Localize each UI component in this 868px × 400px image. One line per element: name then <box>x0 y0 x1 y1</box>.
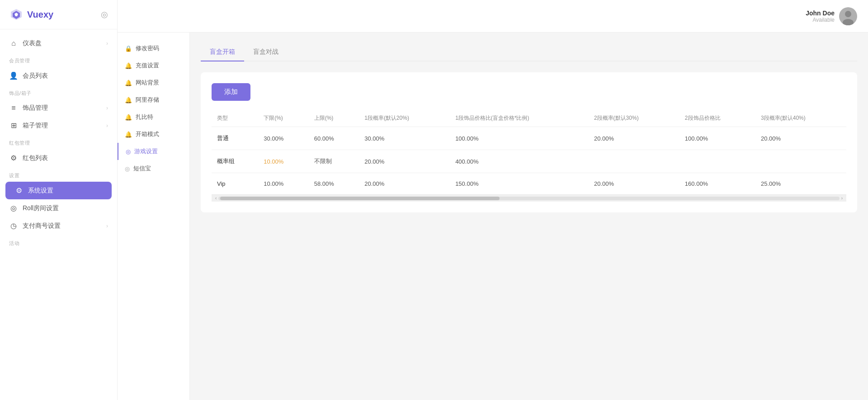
row1-prob3 <box>755 150 846 173</box>
list-icon: ≡ <box>9 104 18 112</box>
row2-prob3: 25.00% <box>755 173 846 195</box>
col-lower: 下限(%) <box>258 110 309 127</box>
row1-type: 概率组 <box>212 150 258 173</box>
table-row: 普通 30.00% 60.00% 30.00% 100.00% 20.00% 1… <box>212 127 846 150</box>
row2-prob2: 20.00% <box>589 173 679 195</box>
section-label-redpack: 红包管理 <box>0 134 117 149</box>
row0-prob2: 20.00% <box>589 127 679 150</box>
table-container: 添加 类型 下限(%) 上限(%) 1段概率(默认20%) 1段饰品价格比(盲盒… <box>201 72 857 212</box>
sub-nav-recharge-settings[interactable]: 🔔 充值设置 <box>118 57 189 74</box>
table-row: 概率组 10.00% 不限制 20.00% 400.00% <box>212 150 846 173</box>
user-details: John Doe Available <box>806 9 835 23</box>
sidebar-item-payment[interactable]: ◷ 支付商号设置 › <box>0 217 117 235</box>
row1-price2 <box>679 150 755 173</box>
sidebar-item-dashboard[interactable]: ⌂ 仪表盘 › <box>0 35 117 52</box>
row1-upper: 不限制 <box>309 150 359 173</box>
tab-blind-box[interactable]: 盲盒开箱 <box>201 43 244 61</box>
bell-icon-1: 🔔 <box>125 62 132 69</box>
row2-type: Vip <box>212 173 258 195</box>
row2-price2: 160.00% <box>679 173 755 195</box>
row0-price1: 100.00% <box>450 127 589 150</box>
section-label-items: 饰品/箱子 <box>0 85 117 99</box>
person-icon: 👤 <box>9 71 18 80</box>
chevron-right-icon: › <box>106 122 108 129</box>
col-upper: 上限(%) <box>309 110 359 127</box>
row0-upper: 60.00% <box>309 127 359 150</box>
row1-prob2 <box>589 150 679 173</box>
bell-icon-4: 🔔 <box>125 114 132 121</box>
circle-icon-active: ◎ <box>126 148 131 155</box>
col-prob3: 3段概率(默认40%) <box>755 110 846 127</box>
tab-blind-battle[interactable]: 盲盒对战 <box>244 43 288 61</box>
user-info: John Doe Available <box>806 7 857 25</box>
sidebar-item-box-manage[interactable]: ⊞ 箱子管理 › <box>0 117 117 134</box>
sidebar: Vuexy ◎ ⌂ 仪表盘 › 会员管理 👤 会员列表 饰品/箱子 ≡ 饰品管理… <box>0 0 118 400</box>
avatar[interactable] <box>839 7 857 25</box>
col-price2: 2段饰品价格比 <box>679 110 755 127</box>
col-prob1: 1段概率(默认20%) <box>359 110 450 127</box>
sub-sidebar: 🔒 修改密码 🔔 充值设置 🔔 网站背景 🔔 阿里存储 🔔 扎比特 🔔 <box>118 33 190 400</box>
sub-nav-site-background[interactable]: 🔔 网站背景 <box>118 74 189 91</box>
sidebar-item-member-list[interactable]: 👤 会员列表 <box>0 67 117 85</box>
gear-active-icon: ⚙ <box>14 186 24 195</box>
add-button[interactable]: 添加 <box>212 83 250 101</box>
sidebar-item-redpack-list[interactable]: ⚙ 红包列表 <box>0 149 117 167</box>
row2-lower: 10.00% <box>258 173 309 195</box>
col-type: 类型 <box>212 110 258 127</box>
sidebar-item-roll-room[interactable]: ◎ Roll房间设置 <box>0 199 117 217</box>
table-scroll[interactable]: 类型 下限(%) 上限(%) 1段概率(默认20%) 1段饰品价格比(盲盒价格*… <box>212 110 846 194</box>
clock-icon: ◷ <box>9 221 18 230</box>
circle-icon: ◎ <box>9 204 18 212</box>
page-content: 盲盒开箱 盲盒对战 添加 类型 下限(%) 上限(%) 1段概率(默认20%) <box>190 33 868 400</box>
row2-prob1: 20.00% <box>359 173 450 195</box>
data-table: 类型 下限(%) 上限(%) 1段概率(默认20%) 1段饰品价格比(盲盒价格*… <box>212 110 846 194</box>
row2-price1: 150.00% <box>450 173 589 195</box>
user-status: Available <box>806 17 835 23</box>
sub-nav-zhabit[interactable]: 🔔 扎比特 <box>118 108 189 126</box>
home-icon: ⌂ <box>9 39 18 47</box>
sub-nav-sms-treasure[interactable]: ◎ 短信宝 <box>118 160 189 177</box>
row1-price1: 400.00% <box>450 150 589 173</box>
main-area: John Doe Available 🔒 修改密码 🔔 充值设置 <box>118 0 868 400</box>
row0-type: 普通 <box>212 127 258 150</box>
lock-icon: 🔒 <box>125 45 132 52</box>
vuexy-logo-icon <box>9 7 24 22</box>
chevron-right-icon: › <box>106 223 108 229</box>
chevron-right-icon: › <box>106 105 108 111</box>
logo-text: Vuexy <box>27 9 53 20</box>
gear-icon: ⚙ <box>9 154 18 162</box>
scroll-track[interactable] <box>218 197 839 200</box>
row1-lower: 10.00% <box>258 150 309 173</box>
row0-lower: 30.00% <box>258 127 309 150</box>
section-label-activity: 活动 <box>0 235 117 249</box>
bell-icon-3: 🔔 <box>125 97 132 104</box>
row2-upper: 58.00% <box>309 173 359 195</box>
scroll-thumb[interactable] <box>220 197 500 200</box>
sub-nav-change-password[interactable]: 🔒 修改密码 <box>118 40 189 57</box>
topbar: John Doe Available <box>118 0 868 33</box>
scroll-right-arrow[interactable]: › <box>840 196 844 201</box>
sidebar-item-item-manage[interactable]: ≡ 饰品管理 › <box>0 99 117 117</box>
sub-nav-game-settings[interactable]: ◎ 游戏设置 <box>118 143 189 160</box>
avatar-image <box>839 7 857 25</box>
row1-prob1: 20.00% <box>359 150 450 173</box>
section-label-members: 会员管理 <box>0 52 117 67</box>
scroll-left-arrow[interactable]: ‹ <box>213 196 218 201</box>
target-icon: ◎ <box>101 9 108 19</box>
sub-nav-open-mode[interactable]: 🔔 开箱模式 <box>118 126 189 143</box>
circle-icon-sms: ◎ <box>125 165 130 172</box>
row0-price2: 100.00% <box>679 127 755 150</box>
logo-area: Vuexy ◎ <box>0 0 117 29</box>
chevron-right-icon: › <box>106 40 108 47</box>
row0-prob1: 30.00% <box>359 127 450 150</box>
sub-nav-ali-storage[interactable]: 🔔 阿里存储 <box>118 91 189 108</box>
horizontal-scrollbar[interactable]: ‹ › <box>212 194 846 202</box>
section-label-settings: 设置 <box>0 167 117 182</box>
tabs: 盲盒开箱 盲盒对战 <box>201 43 857 61</box>
bell-icon-2: 🔔 <box>125 80 132 86</box>
sidebar-nav: ⌂ 仪表盘 › 会员管理 👤 会员列表 饰品/箱子 ≡ 饰品管理 › ⊞ 箱子管… <box>0 29 117 400</box>
grid-icon: ⊞ <box>9 121 18 130</box>
sidebar-item-system-settings[interactable]: ⚙ 系统设置 <box>5 182 112 199</box>
svg-point-4 <box>845 11 851 17</box>
table-row: Vip 10.00% 58.00% 20.00% 150.00% 20.00% … <box>212 173 846 195</box>
